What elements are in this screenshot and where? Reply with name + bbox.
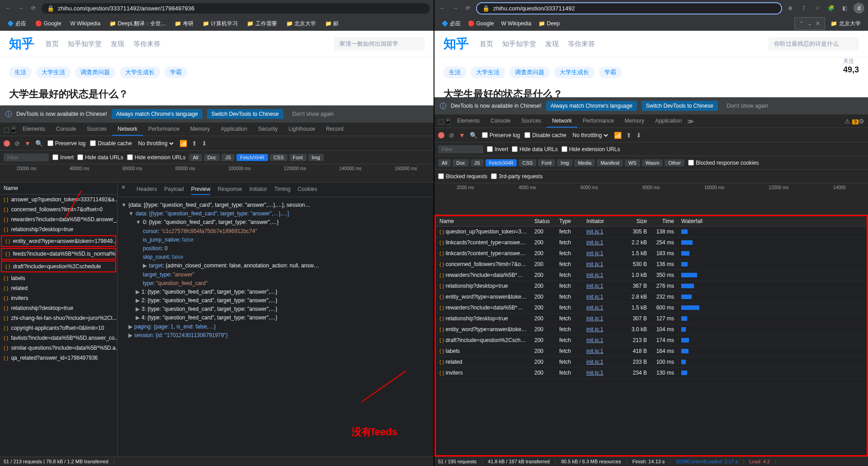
- chip-CSS[interactable]: CSS: [270, 154, 288, 161]
- invert-checkbox[interactable]: Invert: [487, 146, 508, 152]
- tab-network[interactable]: Network: [112, 123, 143, 136]
- chip-Fetch/XHR[interactable]: Fetch/XHR: [486, 159, 517, 166]
- nav-item[interactable]: 发现: [111, 40, 124, 48]
- header-name[interactable]: Name: [436, 216, 531, 226]
- upload-icon[interactable]: ⬆: [626, 132, 632, 139]
- blocked-requests-checkbox[interactable]: Blocked requests: [438, 173, 487, 180]
- close-detail-button[interactable]: ✕: [121, 184, 126, 195]
- request-row[interactable]: { }relationship?desktop=true: [0, 224, 117, 234]
- filter-icon[interactable]: ▼: [459, 132, 465, 139]
- zhihu-logo[interactable]: 知乎: [9, 35, 34, 52]
- bookmark-item[interactable]: 📁 邮: [321, 18, 342, 29]
- request-row[interactable]: { }favlists?include=data%5B*%5D.answer_c…: [0, 333, 117, 343]
- more-tabs-button[interactable]: ≫: [687, 118, 694, 125]
- record-button[interactable]: [438, 132, 444, 138]
- tag-item[interactable]: 大学生成长: [120, 67, 160, 78]
- tab-console[interactable]: Console: [485, 115, 516, 128]
- bookmark-item[interactable]: 📁 Deep: [535, 18, 563, 29]
- table-row[interactable]: { } relationship?desktop=true200fetchini…: [436, 281, 867, 292]
- search-icon[interactable]: 🔍: [470, 132, 477, 139]
- device-icon[interactable]: 📱: [9, 126, 17, 133]
- chip-Font[interactable]: Font: [289, 154, 307, 161]
- filter-input[interactable]: [438, 145, 483, 153]
- request-row[interactable]: { }related: [0, 283, 117, 293]
- nav-item[interactable]: 发现: [545, 40, 559, 48]
- chip-Other[interactable]: Other: [665, 159, 684, 166]
- match-language-button[interactable]: Always match Chrome's language: [112, 109, 203, 119]
- table-row[interactable]: { } linkcards?content_type=answer&t...20…: [436, 238, 867, 248]
- bookmark-item[interactable]: 🔷 必应: [4, 18, 30, 29]
- request-row[interactable]: { }inviters: [0, 293, 117, 303]
- chip-CSS[interactable]: CSS: [519, 159, 536, 166]
- forward-button[interactable]: →: [16, 4, 25, 13]
- chip-Doc[interactable]: Doc: [453, 159, 469, 166]
- chip-Font[interactable]: Font: [538, 159, 555, 166]
- table-row[interactable]: { } rewarders?include=data%5B*%5D...200f…: [436, 270, 867, 281]
- nav-item[interactable]: 等你来答: [568, 40, 595, 48]
- chip-Doc[interactable]: Doc: [204, 154, 220, 161]
- chip-JS[interactable]: JS: [471, 159, 484, 166]
- chip-Img[interactable]: Img: [308, 154, 324, 161]
- detail-tab-preview[interactable]: Preview: [191, 184, 211, 195]
- reload-button[interactable]: ⟳: [29, 4, 38, 13]
- table-row[interactable]: { } entity_word?type=answer&token...200f…: [436, 292, 867, 303]
- request-row[interactable]: { }answer_up?question_token=333711492&a.…: [0, 195, 117, 204]
- nav-item[interactable]: 首页: [45, 40, 59, 48]
- switch-chinese-button[interactable]: Switch DevTools to Chinese: [642, 101, 718, 111]
- tag-item[interactable]: 大学生活: [36, 67, 71, 78]
- nav-item[interactable]: 首页: [480, 40, 493, 48]
- request-row[interactable]: { }concerned_followers?limit=7&offset=0: [0, 204, 117, 214]
- wifi-icon[interactable]: 📶: [179, 140, 187, 147]
- bookmark-item[interactable]: 📁北京大学: [827, 18, 864, 29]
- nav-item[interactable]: 知乎知学堂: [68, 40, 102, 48]
- request-row[interactable]: { }relationship?desktop=true: [0, 303, 117, 313]
- tag-item[interactable]: 学霸: [165, 67, 187, 78]
- sidepanel-icon[interactable]: ◧: [840, 4, 849, 13]
- table-row[interactable]: { } labels200fetchinit.js:1418 B164 ms: [436, 346, 867, 357]
- detail-tab-headers[interactable]: Headers: [137, 184, 157, 195]
- timeline[interactable]: 2000 ms4000 ms6000 ms8000 ms10000 ms1200…: [434, 183, 868, 215]
- hide-ext-urls-checkbox[interactable]: Hide extension URLs: [561, 146, 620, 152]
- find-next-button[interactable]: ⌄: [807, 20, 812, 27]
- tab-elements[interactable]: Elements: [452, 115, 485, 128]
- invert-checkbox[interactable]: Invert: [52, 154, 74, 161]
- request-row[interactable]: { }draft?include=question%2Cschedule: [1, 261, 116, 272]
- back-button[interactable]: ←: [4, 4, 13, 13]
- download-icon[interactable]: ⬇: [636, 132, 642, 139]
- throttling-select[interactable]: No throttling: [137, 140, 175, 147]
- filter-icon[interactable]: ▼: [24, 140, 31, 147]
- header-type[interactable]: Type: [556, 216, 583, 226]
- disable-cache-checkbox[interactable]: Disable cache: [90, 140, 132, 147]
- upload-icon[interactable]: ⬆: [192, 140, 197, 147]
- bookmark-item[interactable]: 📁 DeepL翻译：全世...: [106, 18, 169, 29]
- clear-button[interactable]: ⊘: [14, 140, 20, 147]
- tag-item[interactable]: 生活: [9, 67, 32, 78]
- bookmark-item[interactable]: W Wikipedia: [66, 19, 104, 29]
- share-icon[interactable]: ⤴: [799, 4, 808, 13]
- detail-tab-initiator[interactable]: Initiator: [249, 184, 267, 195]
- tab-memory[interactable]: Memory: [185, 123, 215, 136]
- chip-All[interactable]: All: [438, 159, 451, 166]
- table-row[interactable]: { } linkcards?content_type=answer&t...20…: [436, 248, 867, 259]
- tab-record[interactable]: Record: [321, 123, 349, 136]
- request-row[interactable]: { }labels: [0, 273, 117, 283]
- tag-item[interactable]: 调查类问题: [509, 67, 550, 78]
- bookmark-item[interactable]: 📁 工作需要: [243, 18, 280, 29]
- header-size[interactable]: Size: [623, 216, 651, 226]
- dont-show-button[interactable]: Don't show again: [722, 101, 773, 111]
- bookmark-item[interactable]: W Wikipedia: [497, 18, 535, 29]
- tab-memory[interactable]: Memory: [619, 115, 650, 128]
- chip-JS[interactable]: JS: [222, 154, 235, 161]
- inspect-icon[interactable]: ⬚: [438, 118, 444, 125]
- find-close-button[interactable]: ✕: [816, 20, 820, 27]
- hide-data-urls-checkbox[interactable]: Hide data URLs: [512, 146, 558, 152]
- issues-icon[interactable]: ⚠9: [844, 118, 859, 125]
- tab-elements[interactable]: Elements: [17, 123, 51, 136]
- tab-performance[interactable]: Performance: [143, 123, 185, 136]
- tab-network[interactable]: Network: [547, 115, 577, 128]
- request-row[interactable]: { }entity_word?type=answer&token=179849.…: [1, 235, 116, 247]
- star-icon[interactable]: ☆: [813, 4, 822, 13]
- bookmark-item[interactable]: 🔴 Google: [32, 19, 65, 29]
- tag-item[interactable]: 学霸: [599, 67, 622, 78]
- zhihu-logo[interactable]: 知乎: [443, 35, 469, 52]
